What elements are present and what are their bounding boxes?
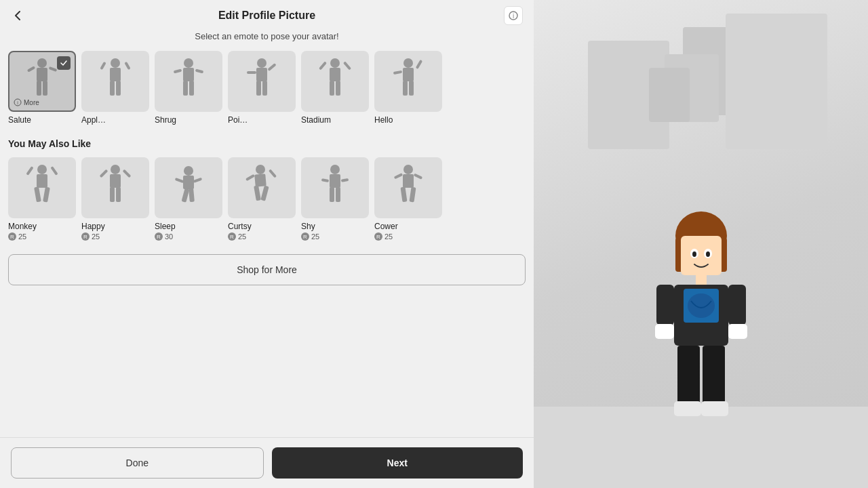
svg-rect-33: [336, 81, 340, 96]
svg-rect-91: [655, 324, 674, 339]
emote-curtsy-price-value: 25: [238, 232, 246, 241]
emote-curtsy-label: Curtsy: [228, 222, 252, 231]
avatar-container: [633, 201, 769, 461]
emote-monkey-price-value: 25: [18, 232, 26, 241]
svg-rect-14: [110, 81, 115, 96]
emote-sleep-thumb[interactable]: [155, 157, 222, 218]
emote-curtsy[interactable]: Curtsy R 25: [228, 157, 296, 241]
svg-rect-96: [701, 401, 728, 416]
svg-point-83: [692, 251, 696, 257]
svg-rect-18: [174, 69, 182, 74]
emote-shy-price-value: 25: [311, 232, 319, 241]
svg-rect-3: [37, 68, 47, 81]
emote-applause-thumb[interactable]: [81, 51, 149, 112]
emote-shrug-thumb[interactable]: [155, 51, 222, 112]
svg-rect-92: [728, 324, 747, 339]
svg-rect-19: [195, 69, 204, 74]
back-button[interactable]: [11, 9, 24, 22]
svg-rect-26: [256, 81, 261, 96]
svg-rect-21: [189, 81, 194, 96]
svg-point-2: [37, 58, 47, 68]
emote-salute-thumb[interactable]: i More: [8, 51, 76, 112]
emote-point-thumb[interactable]: [228, 51, 296, 112]
svg-rect-13: [124, 62, 130, 70]
left-panel: Edit Profile Picture i Select an emote t…: [0, 0, 534, 488]
svg-rect-32: [330, 81, 334, 96]
svg-rect-54: [175, 178, 184, 183]
svg-rect-5: [49, 66, 58, 72]
owned-emotes-grid: i More Salute: [8, 51, 526, 125]
emote-happy-thumb[interactable]: [81, 157, 149, 218]
suggested-emotes-grid: Monkey R 25: [8, 157, 526, 241]
robux-icon-cower: R: [374, 232, 382, 241]
emote-hello[interactable]: Hello: [374, 51, 442, 125]
emote-shy[interactable]: Shy R 25: [301, 157, 369, 241]
done-button[interactable]: Done: [11, 447, 264, 479]
svg-point-16: [184, 58, 193, 68]
robux-icon-sleep: R: [155, 232, 163, 241]
svg-rect-47: [110, 174, 121, 188]
svg-rect-43: [50, 166, 58, 176]
svg-rect-75: [409, 187, 416, 203]
svg-rect-4: [27, 66, 35, 72]
more-label: More: [24, 99, 39, 106]
page-title: Edit Profile Picture: [218, 9, 315, 22]
emote-happy-label: Happy: [81, 222, 105, 231]
svg-rect-90: [728, 285, 746, 325]
robux-icon-shy: R: [301, 232, 309, 241]
emote-sleep-price-value: 30: [165, 232, 173, 241]
emote-cower-thumb[interactable]: [374, 157, 442, 218]
svg-point-34: [403, 58, 413, 68]
svg-rect-37: [416, 60, 422, 69]
next-button[interactable]: Next: [272, 447, 524, 479]
emote-hello-label: Hello: [374, 115, 393, 125]
emote-curtsy-price: R 25: [228, 232, 246, 241]
svg-text:i: i: [513, 12, 514, 20]
svg-point-40: [37, 165, 47, 174]
avatar-preview-panel: [534, 0, 868, 488]
emote-point[interactable]: Poi…: [228, 51, 296, 125]
section-title: You May Also Like: [8, 138, 526, 149]
emote-salute[interactable]: i More Salute: [8, 51, 76, 125]
emote-cower[interactable]: Cower R 25: [374, 157, 442, 241]
emote-hello-thumb[interactable]: [374, 51, 442, 112]
svg-rect-89: [656, 285, 674, 325]
robux-icon-monkey: R: [8, 232, 16, 241]
svg-rect-55: [193, 178, 203, 183]
bottom-bar: Done Next: [0, 437, 534, 488]
shop-for-more-button[interactable]: Shop for More: [8, 254, 526, 285]
svg-rect-62: [254, 185, 261, 201]
svg-rect-24: [247, 71, 256, 74]
emote-happy[interactable]: Happy R 25: [81, 157, 149, 241]
svg-rect-67: [341, 178, 349, 182]
emote-shy-thumb[interactable]: [301, 157, 369, 218]
svg-point-10: [111, 58, 120, 68]
svg-rect-7: [43, 81, 47, 96]
emote-sleep[interactable]: Sleep R 30: [155, 157, 222, 241]
emote-sleep-price: R 30: [155, 232, 173, 241]
svg-rect-11: [110, 68, 121, 81]
emote-monkey-price: R 25: [8, 232, 26, 241]
svg-rect-94: [703, 346, 725, 407]
svg-rect-65: [330, 174, 340, 188]
content-area: Select an emote to pose your avatar!: [0, 31, 534, 437]
svg-point-70: [403, 165, 413, 174]
emote-cower-price-value: 25: [384, 232, 393, 241]
emote-monkey-thumb[interactable]: [8, 157, 76, 218]
bg-block-5: [649, 68, 690, 122]
svg-rect-85: [696, 275, 707, 285]
svg-rect-53: [183, 176, 194, 189]
emote-stadium[interactable]: Stadium: [301, 51, 369, 125]
svg-point-58: [256, 165, 265, 174]
emote-curtsy-thumb[interactable]: [228, 157, 296, 218]
top-right-button[interactable]: i: [504, 6, 523, 25]
emote-monkey[interactable]: Monkey R 25: [8, 157, 76, 241]
svg-rect-35: [403, 68, 414, 81]
emote-applause[interactable]: Appl…: [81, 51, 149, 125]
emote-happy-price: R 25: [81, 232, 100, 241]
emote-shrug[interactable]: Shrug: [155, 51, 222, 125]
svg-rect-15: [116, 81, 121, 96]
svg-point-46: [111, 165, 120, 174]
svg-point-84: [706, 251, 710, 257]
emote-stadium-thumb[interactable]: [301, 51, 369, 112]
